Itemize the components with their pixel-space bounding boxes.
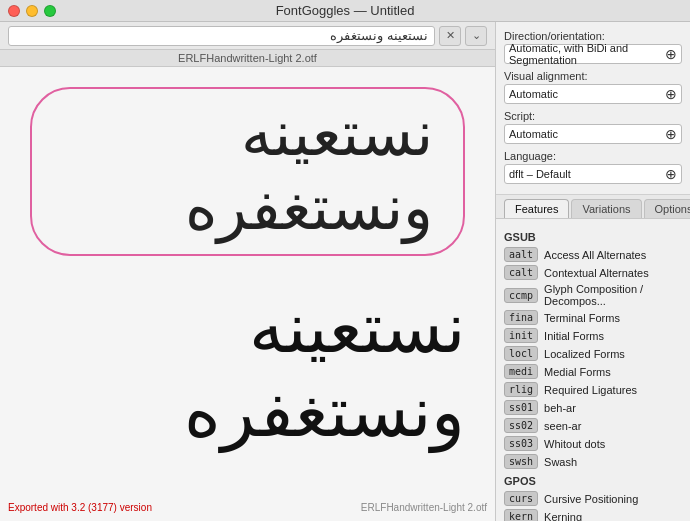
- window-controls[interactable]: [8, 5, 56, 17]
- features-list: GSUB aalt Access All Alternates calt Con…: [496, 219, 690, 521]
- direction-label: Direction/orientation:: [504, 30, 682, 42]
- feature-name-ss03: Whitout dots: [544, 438, 682, 450]
- font-filename-bar: ERLFHandwritten-Light 2.otf: [0, 50, 495, 67]
- maximize-button[interactable]: [44, 5, 56, 17]
- alignment-select[interactable]: Automatic ⊕: [504, 84, 682, 104]
- alignment-value: Automatic: [509, 88, 665, 100]
- language-setting: Language: dflt – Default ⊕: [504, 150, 682, 184]
- font-display: نستعينه ونستغفره نستعينه ونستغفره: [0, 67, 495, 521]
- direction-setting: Direction/orientation: Automatic, with B…: [504, 30, 682, 64]
- feature-name-locl: Localized Forms: [544, 348, 682, 360]
- close-button[interactable]: [8, 5, 20, 17]
- arabic-text-outlined: نستعينه ونستغفره: [30, 87, 465, 256]
- feature-name-swsh: Swash: [544, 456, 682, 468]
- feature-tag-locl[interactable]: locl: [504, 346, 538, 361]
- list-item: swsh Swash: [504, 454, 682, 469]
- feature-tag-swsh[interactable]: swsh: [504, 454, 538, 469]
- language-select-stepper: ⊕: [665, 166, 677, 182]
- feature-tag-calt[interactable]: calt: [504, 265, 538, 280]
- list-item: medi Medial Forms: [504, 364, 682, 379]
- tab-variations[interactable]: Variations: [571, 199, 641, 218]
- feature-name-kern: Kerning: [544, 511, 682, 522]
- direction-select[interactable]: Automatic, with BiDi and Segmentation ⊕: [504, 44, 682, 64]
- text-input[interactable]: نستعينه ونستغفره: [8, 26, 435, 46]
- language-value: dflt – Default: [509, 168, 665, 180]
- canvas-area: نستعينه ونستغفره ✕ ⌄ ERLFHandwritten-Lig…: [0, 22, 495, 521]
- titlebar: FontGoggles — Untitled: [0, 0, 690, 22]
- list-item: kern Kerning: [504, 509, 682, 521]
- script-select[interactable]: Automatic ⊕: [504, 124, 682, 144]
- feature-name-medi: Medial Forms: [544, 366, 682, 378]
- font-file-label: ERLFHandwritten-Light 2.otf: [361, 502, 487, 513]
- feature-name-ss02: seen-ar: [544, 420, 682, 432]
- minimize-button[interactable]: [26, 5, 38, 17]
- canvas-toolbar: نستعينه ونستغفره ✕ ⌄: [0, 22, 495, 50]
- feature-tag-fina[interactable]: fina: [504, 310, 538, 325]
- feature-tag-ss03[interactable]: ss03: [504, 436, 538, 451]
- export-label: Exported with 3.2 (3177) version: [8, 502, 152, 513]
- feature-tag-rlig[interactable]: rlig: [504, 382, 538, 397]
- right-panel: Direction/orientation: Automatic, with B…: [495, 22, 690, 521]
- tab-features[interactable]: Features: [504, 199, 569, 218]
- window-title: FontGoggles — Untitled: [276, 3, 415, 18]
- gsub-group-label: GSUB: [504, 231, 682, 243]
- feature-name-aalt: Access All Alternates: [544, 249, 682, 261]
- list-item: rlig Required Ligatures: [504, 382, 682, 397]
- direction-select-arrow: ⊕: [665, 46, 677, 62]
- settings-section: Direction/orientation: Automatic, with B…: [496, 22, 690, 195]
- direction-value: Automatic, with BiDi and Segmentation: [509, 42, 665, 66]
- script-label: Script:: [504, 110, 682, 122]
- chevron-down-icon: ⌄: [472, 29, 481, 42]
- clear-icon: ✕: [446, 29, 455, 42]
- list-item: fina Terminal Forms: [504, 310, 682, 325]
- feature-tag-medi[interactable]: medi: [504, 364, 538, 379]
- tab-options[interactable]: Options: [644, 199, 690, 218]
- feature-tag-kern[interactable]: kern: [504, 509, 538, 521]
- script-value: Automatic: [509, 128, 665, 140]
- gpos-group-label: GPOS: [504, 475, 682, 487]
- feature-tag-ss02[interactable]: ss02: [504, 418, 538, 433]
- list-item: curs Cursive Positioning: [504, 491, 682, 506]
- feature-name-fina: Terminal Forms: [544, 312, 682, 324]
- arabic-text-plain: نستعينه ونستغفره: [30, 286, 465, 454]
- feature-name-ccmp: Glyph Composition / Decompos...: [544, 283, 682, 307]
- feature-name-calt: Contextual Alternates: [544, 267, 682, 279]
- feature-name-rlig: Required Ligatures: [544, 384, 682, 396]
- script-setting: Script: Automatic ⊕: [504, 110, 682, 144]
- alignment-label: Visual alignment:: [504, 70, 682, 82]
- canvas-bottom-labels: Exported with 3.2 (3177) version ERLFHan…: [0, 498, 495, 517]
- alignment-select-stepper: ⊕: [665, 86, 677, 102]
- feature-tag-aalt[interactable]: aalt: [504, 247, 538, 262]
- list-item: init Initial Forms: [504, 328, 682, 343]
- feature-name-init: Initial Forms: [544, 330, 682, 342]
- more-options-button[interactable]: ⌄: [465, 26, 487, 46]
- language-label: Language:: [504, 150, 682, 162]
- feature-tag-ss01[interactable]: ss01: [504, 400, 538, 415]
- list-item: aalt Access All Alternates: [504, 247, 682, 262]
- clear-button[interactable]: ✕: [439, 26, 461, 46]
- script-select-stepper: ⊕: [665, 126, 677, 142]
- language-select[interactable]: dflt – Default ⊕: [504, 164, 682, 184]
- main-layout: نستعينه ونستغفره ✕ ⌄ ERLFHandwritten-Lig…: [0, 22, 690, 521]
- list-item: ss02 seen-ar: [504, 418, 682, 433]
- feature-tag-ccmp[interactable]: ccmp: [504, 288, 538, 303]
- list-item: calt Contextual Alternates: [504, 265, 682, 280]
- feature-name-ss01: beh-ar: [544, 402, 682, 414]
- feature-name-curs: Cursive Positioning: [544, 493, 682, 505]
- feature-tag-curs[interactable]: curs: [504, 491, 538, 506]
- feature-tag-init[interactable]: init: [504, 328, 538, 343]
- tabs-bar: Features Variations Options: [496, 195, 690, 219]
- alignment-setting: Visual alignment: Automatic ⊕: [504, 70, 682, 104]
- list-item: ss03 Whitout dots: [504, 436, 682, 451]
- list-item: ccmp Glyph Composition / Decompos...: [504, 283, 682, 307]
- list-item: ss01 beh-ar: [504, 400, 682, 415]
- font-filename: ERLFHandwritten-Light 2.otf: [178, 52, 317, 64]
- list-item: locl Localized Forms: [504, 346, 682, 361]
